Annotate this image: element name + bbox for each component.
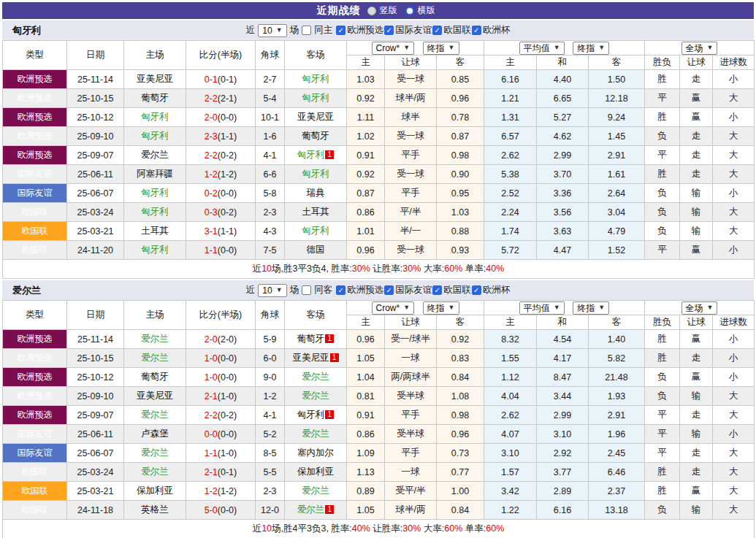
halftime-score: (0-0)	[218, 429, 237, 439]
avg-home-cell: 1.74	[484, 222, 537, 241]
same-venue-checkbox[interactable]	[302, 26, 311, 35]
avg-draw-cell: 4.47	[537, 241, 589, 260]
handicap-cell: 平手	[385, 146, 437, 165]
away-odds-cell: 0.90	[437, 165, 484, 184]
league-checkbox[interactable]: ✓	[472, 26, 481, 35]
average-stage-select[interactable]: 终指▼	[573, 42, 609, 55]
team-name-text: 亚美尼亚	[293, 353, 329, 363]
league-checkbox[interactable]: ✓	[336, 26, 345, 35]
goals-result-cell: 小	[713, 425, 755, 444]
fulltime-score: 2-2	[205, 150, 218, 161]
games-count-select[interactable]: 10▼	[258, 284, 286, 297]
team-name-text: 葡萄牙	[297, 334, 325, 344]
score-cell: 2-0(2-0)	[186, 330, 256, 349]
scope-select[interactable]: 全场▼	[681, 301, 718, 315]
average-select[interactable]: 平均值▼	[519, 301, 565, 315]
handicap-cell: 受一球	[385, 70, 437, 89]
home-team-cell: 爱尔兰	[124, 463, 186, 482]
vertical-layout-radio[interactable]	[367, 7, 376, 15]
avg-home-cell: 1.12	[484, 368, 537, 387]
avg-away-cell: 2.37	[589, 482, 645, 501]
summary-text: 单率:	[462, 523, 486, 534]
scope-select[interactable]: 全场▼	[681, 42, 718, 55]
home-team-cell: 卢森堡	[124, 425, 186, 444]
col-header-score: 比分(半场)	[186, 41, 256, 70]
avg-draw-cell: 2.92	[537, 444, 589, 463]
away-team-cell: 匈牙利1	[285, 406, 347, 425]
chevron-down-icon: ▼	[403, 45, 410, 51]
away-odds-cell: 0.88	[437, 222, 484, 241]
away-odds-cell: 1.03	[437, 203, 484, 222]
away-odds-cell: 1.08	[437, 387, 484, 406]
away-odds-cell: 0.95	[437, 184, 484, 203]
avg-draw-cell: 3.10	[537, 425, 589, 444]
matches-table: 类型 日期 主场 比分(半场) 角球 客场 Crow*▼ 终指▼ 平均值▼ 终指…	[2, 40, 755, 279]
home-odds-cell: 0.96	[347, 330, 385, 349]
away-team-cell: 爱尔兰	[285, 482, 347, 501]
summary-value: 10	[261, 264, 272, 274]
summary-text: 场,胜3平3负4, 胜率:	[272, 264, 352, 274]
col-header-avg-away: 客	[589, 315, 645, 330]
handicap-result-cell: 输	[680, 387, 713, 406]
halftime-score: (0-0)	[218, 372, 237, 383]
average-stage-select[interactable]: 终指▼	[573, 301, 609, 315]
corner-cell: 5-5	[256, 463, 285, 482]
bookmaker-select[interactable]: Crow*▼	[372, 301, 415, 315]
corner-cell: 4-1	[256, 406, 285, 425]
away-odds-cell: 0.98	[437, 146, 484, 165]
avg-away-cell: 1.52	[589, 241, 645, 260]
date-cell: 25-06-07	[67, 184, 124, 203]
league-filter-item: ✓国际友谊	[384, 284, 432, 296]
team-name-text: 匈牙利	[297, 410, 325, 420]
match-type-cell: 国际友谊	[3, 444, 67, 463]
average-select[interactable]: 平均值▼	[519, 42, 565, 55]
league-checkbox[interactable]: ✓	[384, 26, 394, 35]
league-checkbox[interactable]: ✓	[384, 285, 394, 295]
games-count-select[interactable]: 10▼	[258, 24, 286, 37]
match-type-cell: 欧洲预选	[3, 368, 67, 387]
red-card-badge: 1	[325, 334, 334, 343]
match-type-cell: 欧国联	[3, 463, 67, 482]
result-cell: 平	[645, 444, 680, 463]
fulltime-score: 2-3	[205, 131, 218, 142]
col-header-away: 客场	[285, 301, 347, 330]
avg-home-cell: 1.57	[484, 463, 537, 482]
avg-draw-cell: 3.63	[537, 222, 589, 241]
horizontal-layout-label[interactable]: 横版	[418, 4, 435, 17]
home-odds-cell: 1.13	[347, 463, 385, 482]
vertical-layout-label[interactable]: 竖版	[380, 4, 397, 17]
score-cell: 0-3(0-2)	[186, 203, 256, 222]
score-cell: 3-1(1-1)	[186, 222, 256, 241]
same-venue-label: 同客	[314, 284, 332, 296]
avg-home-cell: 1.21	[484, 89, 537, 108]
team-name-text: 匈牙利	[302, 169, 329, 179]
col-header-away-odds: 客	[437, 315, 484, 330]
handicap-cell: 半/一	[385, 222, 437, 241]
date-cell: 25-03-21	[67, 482, 124, 501]
date-cell: 25-10-15	[67, 89, 124, 108]
match-type-cell: 欧洲预选	[3, 146, 67, 165]
league-checkbox[interactable]: ✓	[432, 285, 442, 295]
same-venue-checkbox[interactable]	[302, 285, 311, 295]
league-checkbox[interactable]: ✓	[472, 285, 481, 295]
league-checkbox[interactable]: ✓	[336, 285, 345, 295]
team-name-text: 葡萄牙	[302, 131, 329, 141]
summary-value: 30%	[402, 523, 421, 534]
fulltime-score: 1-1	[205, 448, 218, 458]
halftime-score: (1-2)	[218, 169, 237, 180]
goals-result-cell: 大	[713, 463, 755, 482]
odds-stage-select[interactable]: 终指▼	[423, 301, 459, 315]
horizontal-layout-radio[interactable]	[405, 7, 414, 15]
avg-draw-cell: 8.47	[537, 368, 589, 387]
home-team-cell: 爱尔兰	[124, 444, 186, 463]
team-name: 匈牙利	[12, 24, 41, 37]
league-checkbox-label: 欧国联	[443, 24, 471, 36]
league-checkbox[interactable]: ✓	[432, 26, 442, 35]
result-cell: 胜	[645, 330, 680, 349]
odds-stage-select[interactable]: 终指▼	[423, 42, 459, 55]
team-name-text: 土耳其	[141, 226, 169, 236]
handicap-result-cell: 走	[680, 463, 713, 482]
match-row: 欧洲预选25-10-12葡萄牙1-0(0-0)9-0爱尔兰1.04两/两球半0.…	[3, 368, 755, 387]
team-name-text: 保加利亚	[297, 466, 334, 477]
bookmaker-select[interactable]: Crow*▼	[372, 42, 415, 55]
